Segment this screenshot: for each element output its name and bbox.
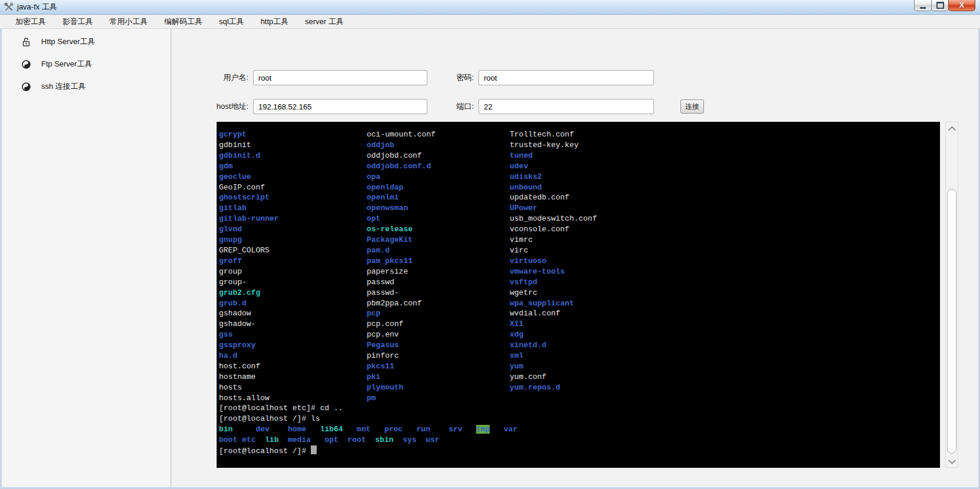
- chevron-down-icon: [948, 457, 956, 464]
- prompt-text: [255, 435, 265, 444]
- dir-entry: geoclue: [219, 172, 251, 181]
- dir-entry: openldap: [367, 183, 403, 192]
- dir-entry: pkcs11: [367, 362, 394, 371]
- sidebar: Http Server工具Ftp Server工具ssh 连接工具: [2, 29, 171, 487]
- file-entry: papersize: [367, 267, 408, 276]
- dir-entry: run: [417, 425, 430, 434]
- dir-entry: oddjobd.conf.d: [367, 162, 431, 171]
- file-entry: hosts: [219, 383, 242, 392]
- main-panel: 用户名: 密码: host地址: 端口: 连接 gcryptgdbinitgdb…: [172, 29, 978, 487]
- menu-item-6[interactable]: server 工具: [297, 16, 352, 27]
- prompt-text: [463, 425, 476, 434]
- file-entry: gshadow: [219, 309, 251, 318]
- file-entry: passwd-: [367, 288, 399, 297]
- connect-button[interactable]: 连接: [680, 99, 704, 114]
- file-entry: host.conf: [219, 362, 260, 371]
- file-entry: GREP_COLORS: [219, 246, 270, 255]
- terminal-cursor: [311, 445, 317, 454]
- dir-entry: xml: [510, 351, 523, 360]
- close-button[interactable]: X: [948, 0, 975, 11]
- prompt-text: [394, 435, 403, 444]
- prompt-text: [278, 435, 288, 444]
- prompt-text: [311, 435, 324, 444]
- username-label: 用户名:: [184, 70, 248, 85]
- file-entry: gshadow-: [219, 320, 255, 328]
- file-entry: oddjobd.conf: [367, 151, 422, 160]
- scroll-up-button[interactable]: [946, 124, 958, 133]
- dir-entry: srv: [449, 425, 462, 434]
- dir-entry: pki: [367, 372, 380, 381]
- dir-entry: etc: [242, 435, 255, 444]
- dir-entry: tuned: [510, 151, 533, 160]
- prompt-text: [270, 425, 288, 434]
- file-entry: wgetrc: [510, 288, 537, 297]
- terminal-listing-column-1: oci-umount.confoddjoboddjobd.confoddjobd…: [367, 129, 436, 404]
- file-entry: group-: [219, 278, 247, 287]
- prompt-text: [root@localhost etc]# cd ..: [219, 404, 343, 413]
- dir-entry: pcp: [367, 309, 380, 318]
- menu-item-3[interactable]: 编解码工具: [156, 16, 211, 27]
- minimize-button[interactable]: [914, 0, 932, 11]
- prompt-text: [306, 425, 320, 434]
- dir-entry: plymouth: [367, 383, 403, 392]
- close-icon: X: [959, 2, 964, 9]
- prompt-text: [403, 425, 416, 434]
- dir-entry: pm: [367, 394, 376, 402]
- dir-entry: oddjob: [367, 141, 394, 149]
- file-entry: updatedb.conf: [510, 193, 569, 202]
- dir-entry: opa: [367, 172, 380, 181]
- menu-item-0[interactable]: 加密工具: [7, 16, 54, 27]
- dir-entry: mnt: [357, 425, 370, 434]
- sticky-dir-entry: tmp: [476, 425, 490, 434]
- username-input[interactable]: [253, 70, 427, 85]
- prompt-text: [417, 435, 426, 444]
- file-entry: hostname: [219, 372, 255, 381]
- sidebar-item-ssh-connect[interactable]: ssh 连接工具: [2, 75, 171, 98]
- menu-item-2[interactable]: 常用小工具: [101, 16, 156, 27]
- prompt-text: [root@localhost /]#: [219, 447, 311, 455]
- dir-entry: PackageKit: [367, 235, 413, 244]
- file-entry: group: [219, 267, 242, 276]
- sidebar-item-ftp-server[interactable]: Ftp Server工具: [2, 53, 171, 75]
- prompt-text: [366, 435, 376, 444]
- file-entry: passwd: [367, 278, 394, 287]
- maximize-button[interactable]: [931, 0, 949, 11]
- window-controls: X: [915, 0, 975, 11]
- password-input[interactable]: [479, 70, 654, 85]
- prompt-text: [338, 435, 348, 444]
- file-entry: gdbinit: [219, 141, 251, 149]
- scrollbar-thumb[interactable]: [947, 189, 956, 454]
- sidebar-item-label: Http Server工具: [41, 36, 95, 47]
- dir-entry: groff: [219, 257, 242, 265]
- prompt-text: [root@localhost /]# ls: [219, 414, 320, 423]
- symlink-entry: grub2.cfg: [219, 288, 260, 297]
- menu-item-5[interactable]: http工具: [253, 16, 297, 27]
- dir-entry: vsftpd: [510, 278, 537, 287]
- port-input[interactable]: [479, 99, 654, 114]
- refresh-icon: [21, 82, 31, 92]
- symlink-entry: sbin: [375, 435, 393, 444]
- prompt-text: [343, 425, 357, 434]
- scroll-down-button[interactable]: [946, 457, 958, 466]
- terminal-scrollbar[interactable]: [945, 122, 958, 468]
- file-entry: yum.conf: [510, 372, 546, 381]
- refresh-icon: [21, 59, 31, 69]
- menu-item-1[interactable]: 影音工具: [54, 16, 101, 27]
- port-label: 端口:: [425, 99, 474, 114]
- maximize-icon: [936, 2, 944, 9]
- dir-entry: glvnd: [219, 225, 242, 234]
- dir-entry: home: [288, 425, 306, 434]
- file-entry: vconsole.conf: [510, 225, 569, 234]
- dir-entry: var: [504, 425, 517, 434]
- menu-item-4[interactable]: sql工具: [211, 16, 253, 27]
- file-entry: GeoIP.conf: [219, 183, 265, 192]
- dir-entry: unbound: [510, 183, 542, 192]
- terminal-output[interactable]: gcryptgdbinitgdbinit.dgdmgeoclueGeoIP.co…: [217, 122, 940, 468]
- sidebar-item-label: ssh 连接工具: [41, 81, 86, 92]
- dir-entry: openwsman: [367, 204, 408, 212]
- host-input[interactable]: [253, 99, 427, 114]
- file-entry: pcp.env: [367, 330, 399, 339]
- file-entry: hosts.allow: [219, 394, 270, 402]
- symlink-entry: bin: [219, 425, 232, 434]
- sidebar-item-http-server[interactable]: Http Server工具: [2, 31, 171, 53]
